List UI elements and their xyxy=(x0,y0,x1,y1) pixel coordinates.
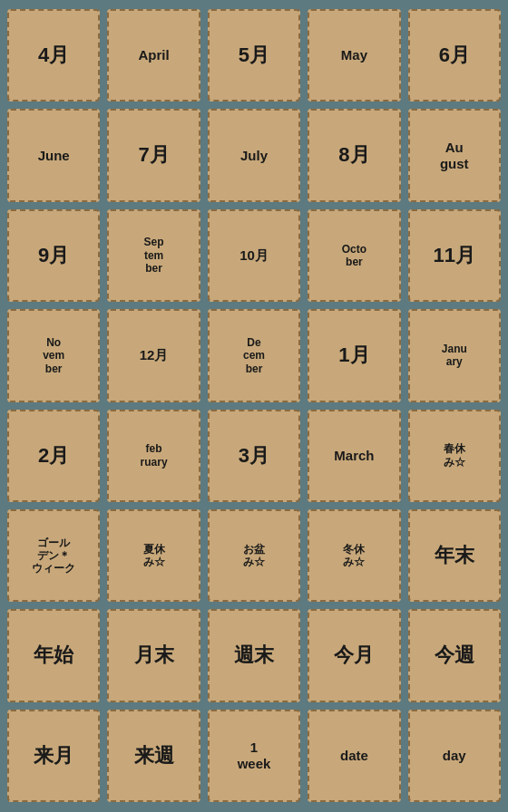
tile-36: 来月 xyxy=(7,710,100,802)
tile-31: 年始 xyxy=(7,609,100,701)
tile-label-30: 年末 xyxy=(435,544,474,567)
tile-15: 11月 xyxy=(408,209,501,302)
tile-label-14: Octo ber xyxy=(342,243,366,269)
tile-label-11: 9月 xyxy=(38,244,69,267)
tile-label-39: date xyxy=(340,748,368,764)
tile-9: 8月 xyxy=(308,109,400,201)
tile-label-27: 夏休 み☆ xyxy=(143,543,165,569)
tile-label-6: June xyxy=(38,148,70,164)
tile-27: 夏休 み☆ xyxy=(107,509,200,602)
tile-label-12: Sep tem ber xyxy=(144,236,164,275)
tile-24: March xyxy=(308,410,400,502)
tile-5: 6月 xyxy=(408,9,501,102)
tile-label-21: 2月 xyxy=(38,444,69,468)
tile-6: June xyxy=(7,109,100,201)
tile-label-17: 12月 xyxy=(140,347,169,363)
tile-12: Sep tem ber xyxy=(107,209,200,302)
tile-label-29: 冬休 み☆ xyxy=(343,543,365,569)
tile-33: 週末 xyxy=(208,609,300,701)
tile-label-4: May xyxy=(341,47,367,63)
tile-20: Janu ary xyxy=(408,309,501,401)
tile-label-26: ゴール デン＊ ウィーク xyxy=(32,536,75,575)
tile-11: 9月 xyxy=(7,209,100,302)
tile-label-7: 7月 xyxy=(138,143,169,167)
tile-1: 4月 xyxy=(7,9,100,102)
tile-label-2: April xyxy=(139,47,170,63)
tile-7: 7月 xyxy=(107,109,200,201)
tile-23: 3月 xyxy=(208,410,300,502)
tile-16: No vem ber xyxy=(7,309,100,401)
tile-label-15: 11月 xyxy=(434,244,475,267)
tile-label-23: 3月 xyxy=(239,444,269,468)
tile-label-18: De cem ber xyxy=(243,336,265,375)
tile-8: July xyxy=(208,109,300,201)
tile-3: 5月 xyxy=(208,9,300,102)
tile-label-8: July xyxy=(240,148,268,164)
tile-label-19: 1月 xyxy=(338,343,369,367)
tile-label-31: 年始 xyxy=(34,643,73,667)
tile-label-34: 今月 xyxy=(334,643,374,667)
tile-14: Octo ber xyxy=(308,209,400,302)
tile-label-13: 10月 xyxy=(239,247,269,264)
tile-17: 12月 xyxy=(107,309,200,401)
tile-label-35: 今週 xyxy=(435,643,474,667)
tile-label-33: 週末 xyxy=(234,643,274,667)
tile-29: 冬休 み☆ xyxy=(308,509,400,602)
tile-label-22: feb ruary xyxy=(141,442,168,469)
tile-label-3: 5月 xyxy=(239,44,269,67)
tile-label-5: 6月 xyxy=(439,44,470,67)
tile-label-9: 8月 xyxy=(338,143,369,167)
tile-18: De cem ber xyxy=(208,309,300,401)
tile-label-32: 月末 xyxy=(134,643,174,667)
tile-label-36: 来月 xyxy=(34,744,73,768)
tile-label-20: Janu ary xyxy=(442,343,467,369)
tile-39: date xyxy=(308,710,400,802)
tile-34: 今月 xyxy=(308,609,400,701)
tile-label-28: お盆 み☆ xyxy=(243,543,265,569)
tile-26: ゴール デン＊ ウィーク xyxy=(7,509,100,602)
tile-37: 来週 xyxy=(107,710,200,802)
tile-40: day xyxy=(408,710,501,802)
tile-label-38: 1 week xyxy=(238,740,271,772)
tile-38: 1 week xyxy=(208,710,300,802)
emoji-grid: 4月April5月May6月June7月July8月Au gust9月Sep t… xyxy=(7,9,501,802)
tile-25: 春休 み☆ xyxy=(408,410,501,502)
tile-label-1: 4月 xyxy=(38,44,69,67)
tile-2: April xyxy=(107,9,200,102)
tile-label-16: No vem ber xyxy=(43,336,64,375)
tile-label-37: 来週 xyxy=(134,744,174,768)
tile-10: Au gust xyxy=(408,109,501,201)
tile-22: feb ruary xyxy=(107,410,200,502)
tile-4: May xyxy=(308,9,400,102)
tile-35: 今週 xyxy=(408,609,501,701)
tile-label-10: Au gust xyxy=(440,140,469,172)
tile-21: 2月 xyxy=(7,410,100,502)
tile-label-40: day xyxy=(443,748,466,764)
tile-label-25: 春休 み☆ xyxy=(444,442,465,469)
tile-13: 10月 xyxy=(208,209,300,302)
tile-30: 年末 xyxy=(408,509,501,602)
tile-32: 月末 xyxy=(107,609,200,701)
tile-28: お盆 み☆ xyxy=(208,509,300,602)
tile-19: 1月 xyxy=(308,309,400,401)
tile-label-24: March xyxy=(334,448,374,464)
